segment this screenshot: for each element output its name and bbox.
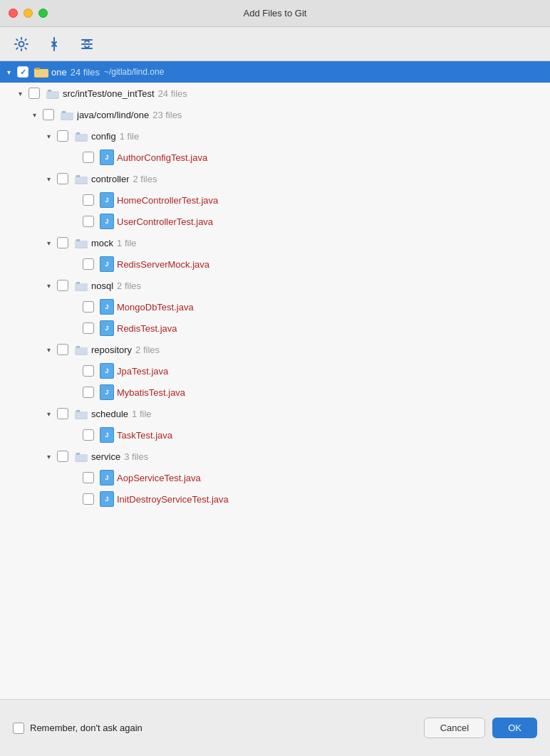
java-icon-homecontroller (100, 192, 114, 208)
checkbox-java[interactable] (43, 109, 54, 120)
tree-row-schedule[interactable]: schedule 1 file (0, 403, 550, 424)
tree-row-service[interactable]: service 3 files (0, 446, 550, 467)
settings-button[interactable] (10, 33, 33, 56)
traffic-lights (9, 9, 48, 18)
checkbox-mybatistest[interactable] (83, 387, 94, 398)
tree-row-repository[interactable]: repository 2 files (0, 339, 550, 360)
tree-row-file-tasktest[interactable]: TaskTest.java (0, 424, 550, 446)
repository-label: repository (91, 345, 132, 355)
service-label: service (91, 451, 120, 462)
svg-rect-12 (48, 90, 51, 92)
file-redisservermock: RedisServerMock.java (117, 259, 209, 270)
src-label: src/intTest/one_intTest (63, 88, 155, 99)
folder-icon-src (46, 88, 60, 99)
minimize-button[interactable] (24, 9, 33, 18)
tree-row-file-usercontroller[interactable]: UserControllerTest.java (0, 211, 550, 232)
root-label: one (51, 67, 67, 78)
file-initdestroyservice: InitDestroyServiceTest.java (117, 494, 229, 505)
svg-rect-15 (62, 111, 66, 113)
arrow-empty-8 (68, 387, 80, 398)
root-count: 24 files (71, 67, 100, 78)
svg-rect-36 (76, 453, 80, 455)
arrow-src (14, 88, 26, 99)
checkbox-mongodbtest[interactable] (83, 301, 94, 313)
tree-row-config[interactable]: config 1 file (0, 125, 550, 147)
tree-row-java[interactable]: java/com/lind/one 23 files (0, 104, 550, 125)
checkbox-authorconfig[interactable] (83, 152, 94, 163)
file-mongodbtest: MongoDbTest.java (117, 302, 194, 313)
arrow-root (3, 66, 14, 78)
checkbox-homecontroller[interactable] (83, 194, 94, 206)
svg-rect-23 (75, 240, 88, 247)
checkbox-initdestroyservice[interactable] (83, 493, 94, 505)
tree-row-nosql[interactable]: nosql 2 files (0, 275, 550, 296)
checkbox-mock[interactable] (57, 237, 68, 248)
svg-rect-11 (46, 90, 59, 98)
arrow-java (28, 109, 40, 120)
buttons-section: Cancel OK (424, 718, 537, 738)
close-button[interactable] (9, 9, 18, 18)
folder-icon-repository (74, 344, 88, 355)
svg-rect-21 (76, 175, 80, 177)
java-icon-usercontroller (100, 214, 114, 229)
mock-label: mock (91, 238, 113, 248)
tree-row-file-mongodbtest[interactable]: MongoDbTest.java (0, 296, 550, 317)
checkbox-usercontroller[interactable] (83, 216, 94, 227)
tree-row-file-authorconfig[interactable]: AuthorConfigTest.java (0, 147, 550, 168)
tree-row-file-redistest[interactable]: RedisTest.java (0, 317, 550, 339)
checkbox-config[interactable] (57, 130, 68, 142)
checkbox-nosql[interactable] (57, 280, 68, 291)
checkbox-schedule[interactable] (57, 408, 68, 419)
collapse-icon (79, 36, 95, 52)
java-label: java/com/lind/one (77, 110, 149, 120)
tree-row-file-mybatistest[interactable]: MybatisTest.java (0, 382, 550, 403)
tree-row-src[interactable]: src/intTest/one_intTest 24 files (0, 83, 550, 104)
expand-all-button[interactable] (43, 33, 66, 56)
bottom-bar: Remember, don't ask again Cancel OK (0, 699, 550, 756)
checkbox-src[interactable] (28, 88, 40, 99)
java-icon-redisservermock (100, 256, 114, 272)
file-tree[interactable]: one 24 files ~/gitlab/lind.one src/intTe… (0, 61, 550, 699)
collapse-all-button[interactable] (76, 33, 98, 56)
checkbox-redistest[interactable] (83, 322, 94, 334)
svg-rect-17 (75, 133, 88, 140)
tree-row-mock[interactable]: mock 1 file (0, 232, 550, 253)
folder-icon-schedule (74, 408, 88, 419)
tree-row-file-initdestroyservice[interactable]: InitDestroyServiceTest.java (0, 488, 550, 510)
svg-rect-20 (75, 176, 88, 183)
checkbox-aopservicetest[interactable] (83, 472, 94, 483)
tree-row-file-redisservermock[interactable]: RedisServerMock.java (0, 253, 550, 275)
cancel-button[interactable]: Cancel (424, 718, 485, 738)
tree-row-root[interactable]: one 24 files ~/gitlab/lind.one (0, 61, 550, 83)
checkbox-controller[interactable] (57, 173, 68, 184)
checkbox-root[interactable] (17, 66, 28, 78)
remember-label: Remember, don't ask again (30, 723, 142, 733)
remember-checkbox[interactable] (13, 723, 24, 734)
file-authorconfig: AuthorConfigTest.java (117, 152, 207, 163)
svg-rect-14 (61, 112, 73, 119)
folder-icon-mock (74, 237, 88, 248)
checkbox-repository[interactable] (57, 344, 68, 355)
file-mybatistest: MybatisTest.java (117, 387, 185, 398)
java-count: 23 files (152, 110, 182, 120)
java-icon-redistest (100, 320, 114, 336)
ok-button[interactable]: OK (492, 718, 537, 738)
tree-row-controller[interactable]: controller 2 files (0, 168, 550, 189)
java-icon-mybatistest (100, 384, 114, 400)
svg-rect-29 (75, 347, 88, 354)
arrow-mock (43, 237, 54, 248)
checkbox-jpatest[interactable] (83, 365, 94, 377)
tree-row-file-homecontroller[interactable]: HomeControllerTest.java (0, 189, 550, 211)
remember-section: Remember, don't ask again (13, 723, 142, 734)
folder-icon-controller (74, 173, 88, 184)
checkbox-tasktest[interactable] (83, 429, 94, 441)
arrow-controller (43, 173, 54, 184)
maximize-button[interactable] (38, 9, 48, 18)
checkbox-redisservermock[interactable] (83, 258, 94, 270)
schedule-label: schedule (91, 409, 128, 419)
tree-row-file-aopservicetest[interactable]: AopServiceTest.java (0, 467, 550, 488)
tree-row-file-jpatest[interactable]: JpaTest.java (0, 360, 550, 382)
expand-icon (46, 36, 62, 52)
checkbox-service[interactable] (57, 451, 68, 462)
java-icon-aopservicetest (100, 470, 114, 485)
